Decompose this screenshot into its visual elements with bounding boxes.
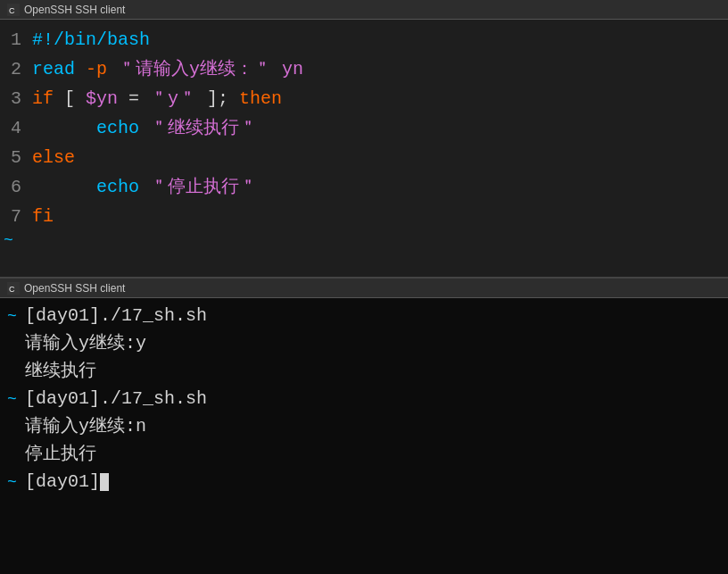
code-line-3: 3 if [ $yn = ＂y＂ ]; then [0, 84, 728, 113]
term-line-4: [day01]./17_sh.sh [25, 385, 207, 412]
code-line-1: 1 #!/bin/bash [0, 25, 728, 54]
code-content-4: echo ＂继续执行＂ [32, 114, 257, 142]
top-window-title: OpenSSH SSH client [24, 4, 125, 16]
term-tilde-1: ~ [day01]./17_sh.sh [7, 302, 721, 329]
term-line-5: 请输入y继续:n [7, 412, 721, 440]
term-text-7: [day01] [25, 468, 109, 495]
code-line-5: 5 else [0, 143, 728, 172]
line-number-6: 6 [0, 173, 32, 201]
term-text-3: 继续执行 [25, 357, 96, 385]
terminal-icon: C [7, 4, 20, 16]
tilde-icon-1: ~ [7, 304, 25, 329]
svg-text:C: C [9, 285, 15, 294]
term-text-5: 请输入y继续:n [25, 412, 146, 440]
terminal-cursor [100, 473, 109, 491]
svg-text:C: C [9, 6, 15, 15]
term-line-1: [day01]./17_sh.sh [25, 302, 207, 329]
term-line-3: 继续执行 [7, 357, 721, 385]
term-tilde-4: ~ [day01]./17_sh.sh [7, 385, 721, 412]
code-content-6: echo ＂停止执行＂ [32, 173, 257, 201]
code-content-2: read -p ＂请输入y继续：＂ yn [32, 55, 303, 83]
term-line-6: 停止执行 [7, 440, 721, 468]
terminal-icon-2: C [7, 282, 20, 295]
editor-tilde: ~ [0, 231, 728, 251]
line-number-4: 4 [0, 114, 32, 142]
bottom-window-title: OpenSSH SSH client [24, 282, 125, 295]
line-number-7: 7 [0, 203, 32, 230]
term-text-6: 停止执行 [25, 440, 96, 468]
code-content-5: else [32, 144, 75, 171]
term-line-2: 请输入y继续:y [7, 329, 721, 357]
line-number-1: 1 [0, 26, 32, 54]
term-tilde-7: ~ [day01] [7, 468, 721, 495]
term-text-2: 请输入y继续:y [25, 329, 146, 357]
line-number-2: 2 [0, 55, 32, 83]
code-line-4: 4 echo ＂继续执行＂ [0, 113, 728, 143]
terminal-panel: ~ [day01]./17_sh.sh 请输入y继续:y 继续执行 ~ [day… [0, 298, 728, 574]
top-window-titlebar: C OpenSSH SSH client [0, 0, 728, 20]
tilde-icon-7: ~ [7, 470, 25, 495]
code-line-6: 6 echo ＂停止执行＂ [0, 172, 728, 202]
code-line-2: 2 read -p ＂请输入y继续：＂ yn [0, 54, 728, 84]
code-line-7: 7 fi [0, 202, 728, 231]
line-number-3: 3 [0, 85, 32, 112]
code-content-3: if [ $yn = ＂y＂ ]; then [32, 85, 282, 112]
line-number-5: 5 [0, 144, 32, 171]
editor-panel: 1 #!/bin/bash 2 read -p ＂请输入y继续：＂ yn 3 i… [0, 20, 728, 279]
code-content-1: #!/bin/bash [32, 26, 150, 54]
tilde-icon-4: ~ [7, 387, 25, 412]
terminal-body: ~ [day01]./17_sh.sh 请输入y继续:y 继续执行 ~ [day… [0, 298, 728, 499]
bottom-window-titlebar: C OpenSSH SSH client [0, 279, 728, 298]
code-content-7: fi [32, 203, 54, 230]
